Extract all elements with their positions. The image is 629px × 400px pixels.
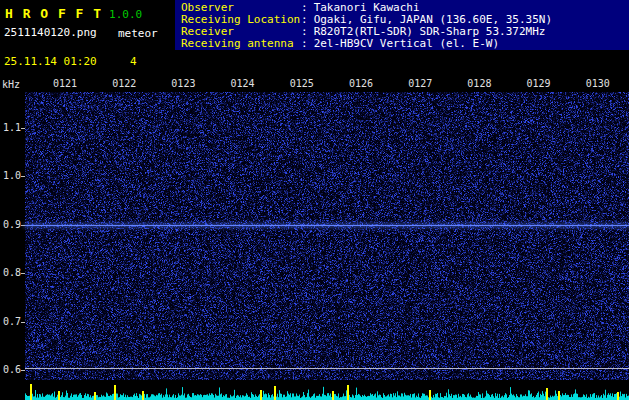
freq-tick-label: 0.9 — [3, 219, 21, 230]
spectrogram-canvas — [25, 92, 629, 380]
time-tick-label: 0124 — [228, 78, 258, 89]
freq-tick-label: 0.8 — [3, 267, 21, 278]
station-info-row: Receiving antenna:2el-HB9CV Vertical (el… — [181, 38, 629, 50]
header-left: H R O F F T1.0.0 2511140120.png meteor 2… — [0, 0, 175, 78]
info-label: Receiving antenna — [181, 38, 301, 50]
freq-tick-label: 0.7 — [3, 316, 21, 327]
freq-axis-unit: kHz — [2, 79, 20, 90]
level-trace-canvas — [25, 383, 629, 400]
station-info-panel: Observer:Takanori KawachiReceiving Locat… — [175, 0, 629, 50]
frequency-axis: kHz 1.11.00.90.80.70.6 — [0, 0, 25, 400]
time-tick-label: 0121 — [50, 78, 80, 89]
reference-line — [25, 368, 629, 369]
title-row: H R O F F T1.0.0 — [5, 3, 142, 22]
time-tick-label: 0123 — [168, 78, 198, 89]
time-tick-label: 0122 — [109, 78, 139, 89]
echo-count: 4 — [130, 55, 137, 68]
mode-label: meteor — [118, 27, 158, 40]
freq-tick-label: 1.1 — [3, 122, 21, 133]
info-separator: : — [301, 37, 308, 50]
time-tick-label: 0128 — [464, 78, 494, 89]
time-tick-label: 0126 — [346, 78, 376, 89]
freq-tick-label: 0.6 — [3, 364, 21, 375]
info-value: 2el-HB9CV Vertical (el. E-W) — [314, 37, 499, 50]
time-tick-label: 0129 — [524, 78, 554, 89]
time-tick-label: 0125 — [287, 78, 317, 89]
freq-tick-label: 1.0 — [3, 170, 21, 181]
app-version: 1.0.0 — [109, 8, 142, 21]
hrofft-screen: H R O F F T1.0.0 2511140120.png meteor 2… — [0, 0, 629, 400]
carrier-signal-line — [25, 225, 629, 226]
time-tick-label: 0130 — [583, 78, 613, 89]
time-tick-label: 0127 — [405, 78, 435, 89]
